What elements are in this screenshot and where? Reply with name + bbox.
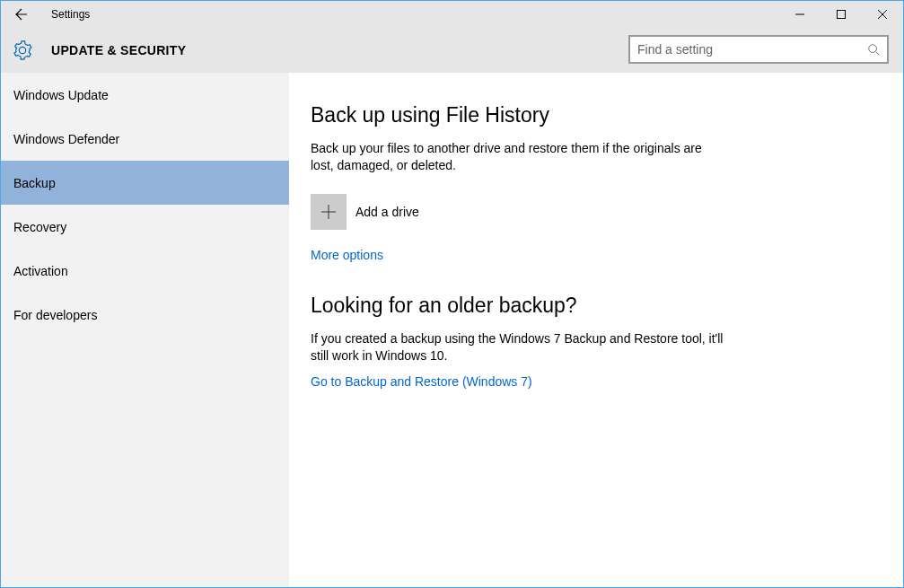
sidebar-item-activation[interactable]: Activation	[1, 249, 289, 293]
sidebar-item-label: For developers	[13, 308, 97, 322]
sidebar-item-recovery[interactable]: Recovery	[1, 205, 289, 249]
plus-icon	[320, 204, 337, 220]
svg-rect-0	[838, 11, 846, 19]
section-title-older-backup: Looking for an older backup?	[311, 294, 903, 318]
header-title: UPDATE & SECURITY	[51, 43, 186, 57]
back-button[interactable]	[8, 1, 35, 28]
sidebar: Windows Update Windows Defender Backup R…	[1, 73, 289, 587]
more-options-link[interactable]: More options	[311, 248, 383, 262]
settings-icon	[12, 39, 33, 61]
sidebar-item-label: Windows Defender	[13, 132, 119, 146]
section-desc-older-backup: If you created a backup using the Window…	[311, 330, 724, 364]
close-button[interactable]	[862, 1, 903, 28]
search-icon	[867, 43, 880, 56]
sidebar-item-backup[interactable]: Backup	[1, 161, 289, 205]
sidebar-item-windows-update[interactable]: Windows Update	[1, 73, 289, 117]
sidebar-item-for-developers[interactable]: For developers	[1, 293, 289, 337]
window-title: Settings	[51, 8, 90, 21]
content: Back up using File History Back up your …	[289, 73, 903, 587]
svg-point-1	[869, 45, 877, 53]
plus-button-bg	[311, 194, 347, 230]
section-title-file-history: Back up using File History	[311, 103, 903, 127]
header: UPDATE & SECURITY	[1, 28, 903, 73]
sidebar-item-label: Windows Update	[13, 88, 109, 102]
back-arrow-icon	[14, 7, 29, 22]
search-input[interactable]	[637, 42, 862, 57]
window-controls	[779, 1, 903, 28]
search-wrap	[628, 35, 889, 64]
maximize-button[interactable]	[821, 1, 862, 28]
sidebar-item-label: Recovery	[13, 220, 66, 234]
sidebar-item-label: Activation	[13, 264, 68, 278]
close-icon	[878, 10, 887, 19]
maximize-icon	[837, 10, 846, 19]
minimize-icon	[795, 10, 804, 19]
minimize-button[interactable]	[779, 1, 821, 28]
section-desc-file-history: Back up your files to another drive and …	[311, 140, 724, 174]
sidebar-item-label: Backup	[13, 176, 56, 190]
sidebar-item-windows-defender[interactable]: Windows Defender	[1, 117, 289, 161]
backup-restore-link[interactable]: Go to Backup and Restore (Windows 7)	[311, 374, 532, 389]
gear-icon	[13, 40, 32, 60]
body: Windows Update Windows Defender Backup R…	[1, 73, 903, 587]
add-drive-button[interactable]: Add a drive	[311, 194, 903, 230]
titlebar: Settings	[1, 1, 903, 28]
add-drive-label: Add a drive	[355, 205, 419, 219]
search-box[interactable]	[628, 35, 889, 64]
